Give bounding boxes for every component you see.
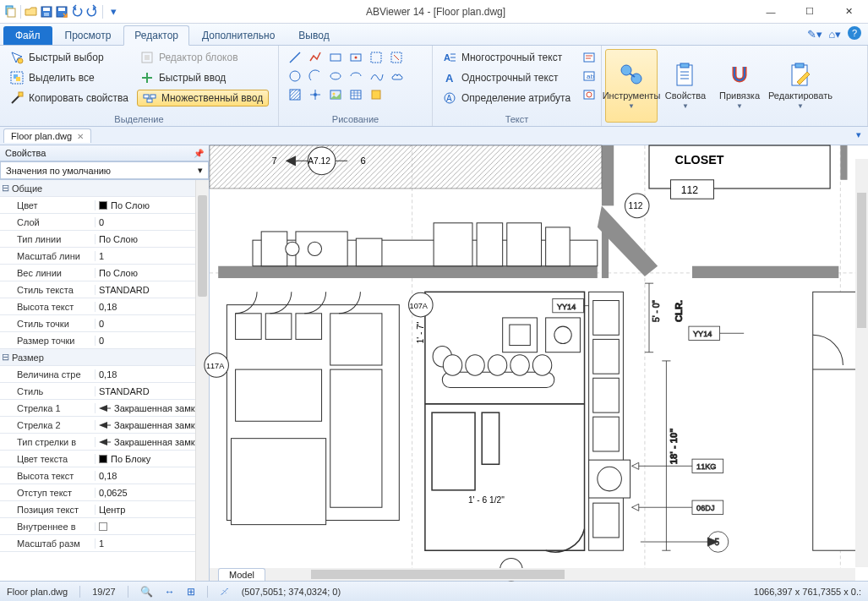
ellipse-arc-tool[interactable] <box>347 68 367 86</box>
prop-row[interactable]: Стрелка 2Закрашенная замк <box>0 417 209 434</box>
prop-row[interactable]: Масштаб разм1 <box>0 535 209 552</box>
defaults-combo[interactable]: Значения по умолчанию▾ <box>0 161 209 179</box>
prop-row[interactable]: Слой0 <box>0 214 209 231</box>
prop-row[interactable]: Высота текст0,18 <box>0 467 209 484</box>
prop-row[interactable]: Внутреннее в <box>0 518 209 535</box>
file-tab[interactable]: Файл <box>3 26 52 45</box>
quick-input-button[interactable]: Быстрый ввод <box>137 69 269 86</box>
point-tool[interactable] <box>306 86 326 105</box>
select-rect2-tool[interactable] <box>387 49 407 68</box>
minimize-button[interactable]: — <box>751 0 790 24</box>
svg-text:YY14: YY14 <box>693 330 712 338</box>
document-tab[interactable]: Floor plan.dwg✕ <box>3 128 91 143</box>
prop-row[interactable]: Масштаб лини1 <box>0 248 209 265</box>
tab-advanced[interactable]: Дополнительно <box>191 25 286 45</box>
quick-access-toolbar: ▾ <box>0 5 120 19</box>
properties-button[interactable]: Свойства▼ <box>659 49 712 123</box>
prop-section[interactable]: ⊟Общие <box>0 180 209 197</box>
prop-row[interactable]: Стрелка 1Закрашенная замк <box>0 400 209 417</box>
canvas-hscroll[interactable] <box>210 568 855 581</box>
line-tool[interactable] <box>286 49 306 68</box>
prop-row[interactable]: СтильSTANDARD <box>0 383 209 400</box>
select-all-button[interactable]: Выделить все <box>7 69 132 86</box>
open-icon[interactable] <box>25 5 38 19</box>
status-grid-icon[interactable]: ⊞ <box>187 586 195 598</box>
maximize-button[interactable]: ☐ <box>790 0 829 24</box>
svg-text:A: A <box>446 94 452 103</box>
panel-title: Свойства📌 <box>0 145 209 161</box>
svg-rect-144 <box>510 325 530 345</box>
pin-icon[interactable]: 📌 <box>194 149 204 158</box>
polyline-tool[interactable] <box>306 49 326 68</box>
style-icon[interactable]: ✎▾ <box>807 26 822 41</box>
hatch-tool[interactable] <box>286 86 306 105</box>
drawing-canvas[interactable]: CLOSET 112 112 A7.12 7 6 <box>210 145 868 576</box>
svg-rect-108 <box>593 339 620 374</box>
text-sub1-button[interactable] <box>579 49 599 66</box>
tab-output[interactable]: Вывод <box>287 25 340 45</box>
arc-tool[interactable] <box>306 68 326 86</box>
snap-button[interactable]: Привязка▼ <box>713 49 766 123</box>
prop-row[interactable]: Вес линииПо Слою <box>0 265 209 281</box>
attribute-button[interactable]: AОпределение атрибута <box>439 90 574 107</box>
status-zoom-icon[interactable]: 🔍 <box>140 586 153 598</box>
prop-row[interactable]: Высота текст0,18 <box>0 298 209 315</box>
image-tool[interactable] <box>326 86 347 105</box>
spline-tool[interactable] <box>367 68 387 86</box>
text-sub3-button[interactable] <box>579 86 599 103</box>
model-tab[interactable]: Model <box>218 568 265 581</box>
select-rect-tool[interactable] <box>367 49 387 68</box>
svg-rect-75 <box>261 232 287 266</box>
group-title-drawing: Рисование <box>286 112 425 124</box>
drawing-tools-grid <box>286 49 407 112</box>
close-tab-icon[interactable]: ✕ <box>77 132 84 141</box>
rect-tool[interactable] <box>326 49 347 68</box>
tab-menu-icon[interactable]: ▾ <box>856 129 861 140</box>
svg-point-24 <box>330 73 341 79</box>
help-icon[interactable]: ? <box>848 26 861 40</box>
options-icon[interactable]: ⌂▾ <box>827 26 843 41</box>
mtext-button[interactable]: AМногострочный текст <box>439 49 574 66</box>
text-button[interactable]: AОднострочный текст <box>439 69 574 86</box>
text-sub2-button[interactable]: ab <box>579 68 599 85</box>
circle-tool[interactable] <box>286 68 306 86</box>
tools-button[interactable]: Инструменты▼ <box>605 49 658 123</box>
svg-rect-62 <box>840 145 847 180</box>
close-button[interactable]: ✕ <box>829 0 868 24</box>
status-pan-icon[interactable]: ↔ <box>165 586 175 598</box>
svg-rect-6 <box>58 8 65 11</box>
prop-row[interactable]: Стиль точки0 <box>0 315 209 332</box>
prop-row[interactable]: Тип стрелки вЗакрашенная замк <box>0 434 209 451</box>
prop-row[interactable]: Величина стре0,18 <box>0 366 209 383</box>
save-as-icon[interactable] <box>55 5 68 19</box>
ellipse-tool[interactable] <box>326 68 347 86</box>
new-icon[interactable] <box>3 5 17 19</box>
status-snap-icon[interactable]: ⸓ <box>220 586 230 598</box>
save-icon[interactable] <box>40 5 53 19</box>
prop-row[interactable]: Размер точки0 <box>0 332 209 349</box>
redo-icon[interactable] <box>85 5 99 19</box>
svg-text:CLR.: CLR. <box>674 300 684 322</box>
cloud-tool[interactable] <box>387 68 407 86</box>
copy-properties-button[interactable]: Копировать свойства <box>7 90 132 107</box>
block-editor-button[interactable]: Редактор блоков <box>137 49 269 66</box>
multi-input-button[interactable]: Множественный ввод <box>137 90 269 107</box>
tab-editor[interactable]: Редактор <box>123 25 189 46</box>
prop-row[interactable]: Позиция текстЦентр <box>0 501 209 518</box>
block-tool[interactable] <box>367 86 387 105</box>
quick-select-button[interactable]: Быстрый выбор <box>7 49 132 66</box>
undo-icon[interactable] <box>70 5 84 19</box>
prop-row[interactable]: Стиль текстаSTANDARD <box>0 281 209 298</box>
prop-section[interactable]: ⊟Размер <box>0 349 209 366</box>
tab-view[interactable]: Просмотр <box>54 25 123 45</box>
props-scrollbar[interactable] <box>195 180 209 581</box>
rect-center-tool[interactable] <box>347 49 367 68</box>
prop-row[interactable]: Отступ текст0,0625 <box>0 484 209 501</box>
prop-row[interactable]: Тип линииПо Слою <box>0 231 209 248</box>
table-tool[interactable] <box>347 86 367 105</box>
prop-row[interactable]: Цвет текстаПо Блоку <box>0 451 209 467</box>
prop-row[interactable]: ЦветПо Слою <box>0 197 209 214</box>
edit-button[interactable]: Редактировать▼ <box>767 49 833 123</box>
canvas-vscroll[interactable] <box>855 159 868 567</box>
qat-dropdown-icon[interactable]: ▾ <box>106 5 120 19</box>
